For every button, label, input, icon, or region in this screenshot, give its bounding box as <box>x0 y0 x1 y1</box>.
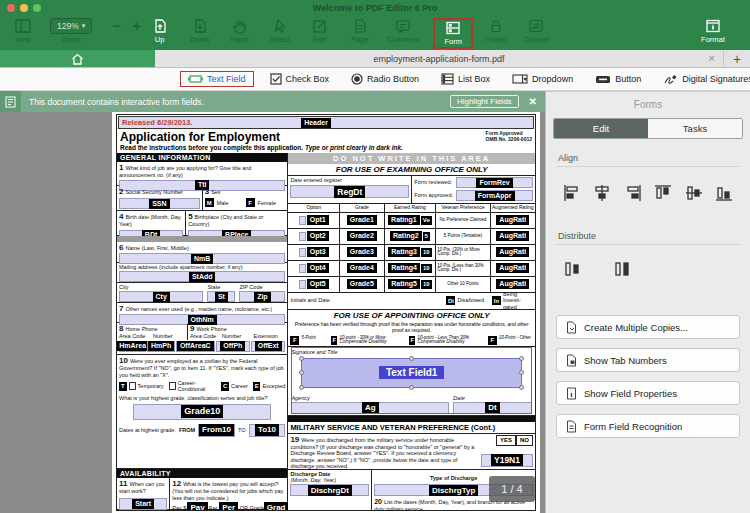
form-field[interactable]: Di <box>446 296 455 305</box>
tab-tasks[interactable]: Tasks <box>648 119 742 138</box>
resize-handle[interactable] <box>409 385 414 390</box>
resize-handle[interactable] <box>409 356 414 361</box>
form-field[interactable]: Ag <box>291 402 449 414</box>
appointing-office-heading: FOR USE OF APPOINTING OFFICE ONLY <box>288 310 535 321</box>
align-horizontal-center-icon[interactable] <box>592 183 612 203</box>
form-field[interactable]: FormAppr <box>456 190 533 201</box>
toolbar-item-form[interactable]: Form <box>440 20 466 46</box>
align-top-icon[interactable] <box>653 183 673 203</box>
format-button[interactable]: Format <box>700 18 726 44</box>
view-button[interactable]: View <box>10 18 36 44</box>
hand-icon <box>231 18 249 34</box>
show-field-properties-button[interactable]: Show Field Properties <box>556 381 740 405</box>
distribute-vertical-icon[interactable] <box>612 259 632 279</box>
form-field[interactable] <box>299 248 306 257</box>
tool-text-field[interactable]: Text Field <box>180 71 254 87</box>
question-7: 7Other names ever used (e.g., maiden nam… <box>117 303 287 323</box>
align-left-icon[interactable] <box>562 183 582 203</box>
distribute-horizontal-icon[interactable] <box>562 259 582 279</box>
form-field[interactable]: M <box>205 198 214 207</box>
toolbar-item-down[interactable]: Down <box>187 18 213 44</box>
form-field[interactable] <box>299 216 306 225</box>
tool-dropdown[interactable]: Dropdown <box>512 74 573 84</box>
align-vertical-center-icon[interactable] <box>684 183 704 203</box>
toolbar-item-up[interactable]: Up <box>147 18 173 44</box>
form-field[interactable]: Released 6/29/2013. Header <box>118 116 534 129</box>
toolbar-item-edit[interactable]: Edit <box>307 18 333 44</box>
toolbar-item-convert[interactable]: Convert <box>523 18 549 44</box>
align-bottom-icon[interactable] <box>714 183 734 203</box>
form-field[interactable]: F <box>409 336 415 345</box>
form-field[interactable]: In <box>492 296 501 305</box>
form-field[interactable]: HmPh <box>147 341 174 352</box>
form-field[interactable]: To10 <box>249 424 286 437</box>
resize-handle[interactable] <box>299 370 304 375</box>
file-tab[interactable]: employment-application-form.pdf × <box>155 50 724 67</box>
check-box-icon <box>270 73 282 85</box>
highlight-fields-button[interactable]: Highlight Fields <box>450 95 519 108</box>
form-field[interactable]: DischrgDt <box>290 484 369 496</box>
form-field[interactable]: From10 <box>198 424 235 437</box>
form-fields-notification: This document contains interactive form … <box>0 91 545 112</box>
form-field[interactable]: Cty <box>119 291 203 302</box>
tool-digital-signatures[interactable]: Digital Signatures <box>663 74 750 85</box>
form-field[interactable]: Zip <box>239 291 285 302</box>
form-field-recognition-button[interactable]: Form Field Recognition <box>556 414 740 438</box>
tool-radio-button[interactable]: Radio Button <box>351 73 419 85</box>
resize-handle[interactable] <box>299 385 304 390</box>
tab-edit[interactable]: Edit <box>554 119 648 138</box>
toolbar-item-hand[interactable]: Hand <box>227 18 253 44</box>
form-field[interactable]: C <box>221 382 229 391</box>
toolbar-item-page[interactable]: Page <box>347 18 373 44</box>
notification-close-icon[interactable]: ✕ <box>529 96 537 107</box>
checkbox[interactable] <box>169 382 176 390</box>
form-field[interactable]: F <box>290 336 299 345</box>
home-tab[interactable] <box>0 50 155 67</box>
form-field[interactable]: Start <box>119 498 167 510</box>
text-field-icon <box>188 74 203 84</box>
show-tab-numbers-button[interactable]: Show Tab Numbers <box>556 348 740 372</box>
create-multiple-copies-button[interactable]: Create Multiple Copies... <box>556 315 740 339</box>
form-field[interactable]: StAdd <box>119 271 285 282</box>
zoom-in-button[interactable]: + <box>132 18 140 34</box>
close-tab-icon[interactable]: × <box>709 53 715 64</box>
resize-handle[interactable] <box>299 356 304 361</box>
form-field[interactable]: RegDt <box>290 185 409 198</box>
form-field[interactable]: SSN <box>119 198 200 209</box>
form-field[interactable]: Y19N1 <box>481 454 533 467</box>
form-field[interactable]: Dt <box>453 402 532 414</box>
tool-button[interactable]: Button <box>595 74 641 84</box>
form-field[interactable]: F <box>488 336 497 345</box>
form-field[interactable] <box>299 280 306 289</box>
form-field[interactable]: FormRev <box>456 177 533 188</box>
document-viewport[interactable]: Released 6/29/2013. Header Application f… <box>0 112 545 513</box>
toolbar-item-comment[interactable]: Comment <box>387 18 420 44</box>
zoom-dropdown[interactable]: 129% ▾ <box>50 18 92 34</box>
form-field[interactable] <box>299 264 306 273</box>
toolbar-item-protect[interactable]: Protect <box>483 18 509 44</box>
form-field[interactable]: F <box>331 336 337 345</box>
tool-list-box[interactable]: List Box <box>441 73 490 85</box>
form-field[interactable]: St <box>207 291 235 302</box>
form-field[interactable]: Grade10 <box>133 404 271 420</box>
form-field[interactable]: OffExt <box>251 341 285 352</box>
form-field[interactable]: OffAreaC <box>176 341 215 352</box>
form-field[interactable]: HmArea <box>119 341 146 352</box>
new-tab-button[interactable]: + <box>724 50 750 67</box>
form-field[interactable] <box>299 232 306 241</box>
toolbar-item-select[interactable]: Select <box>267 18 293 44</box>
resize-handle[interactable] <box>519 370 524 375</box>
align-right-icon[interactable] <box>623 183 643 203</box>
resize-handle[interactable] <box>519 356 524 361</box>
tool-check-box[interactable]: Check Box <box>270 73 330 85</box>
zoom-out-button[interactable]: − <box>112 18 120 34</box>
form-field[interactable]: F <box>246 198 255 207</box>
properties-doc-icon <box>566 387 577 400</box>
selected-text-field[interactable]: Text Field1 <box>301 358 522 388</box>
form-field[interactable]: OffPh <box>216 341 250 352</box>
form-field[interactable]: T <box>119 382 127 391</box>
select-arrow-icon <box>271 18 289 34</box>
resize-handle[interactable] <box>519 385 524 390</box>
form-field[interactable]: E <box>253 382 261 391</box>
checkbox[interactable] <box>129 382 136 390</box>
